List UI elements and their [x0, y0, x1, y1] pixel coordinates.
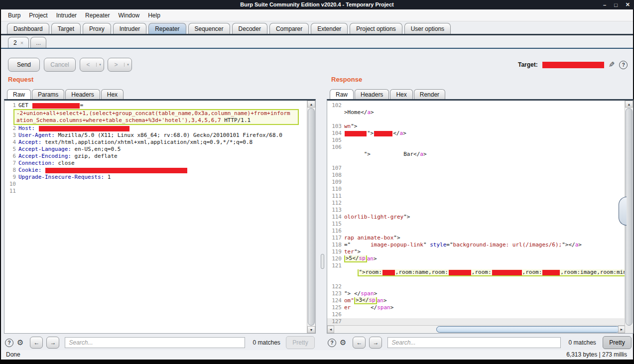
line-number: 124 [327, 297, 344, 304]
gear-icon[interactable]: ⚙ [17, 338, 23, 347]
search-next-button[interactable]: → [369, 337, 382, 349]
search-next-button[interactable]: → [46, 337, 59, 349]
minimize-button[interactable]: – [603, 2, 606, 8]
search-prev-button[interactable]: ← [353, 337, 366, 349]
response-editor[interactable]: 102>Home</a>103wn">104"></a>105106 "> Ba… [327, 99, 634, 334]
menu-window[interactable]: Window [118, 11, 140, 20]
code-line: 116 [327, 228, 625, 235]
edit-target-icon[interactable]: ✎ [609, 60, 615, 69]
line-number: 119 [327, 248, 344, 255]
redaction [492, 270, 522, 275]
repeater-tab-2[interactable]: 2 × [8, 37, 29, 48]
response-pretty-button[interactable]: Pretty [603, 336, 632, 349]
tab-target[interactable]: Target [51, 23, 81, 34]
redaction [32, 103, 80, 109]
code-line: -2+union+all+select+1,(select+group_conc… [14, 110, 298, 117]
tab-headers[interactable]: Headers [355, 89, 389, 100]
tab-hex[interactable]: Hex [390, 89, 412, 100]
highlight-box: ">room:,room:name,room:,room:,room:,room… [358, 269, 625, 276]
request-search-bar: ? ⚙ ← → 0 matches Pretty [5, 336, 315, 350]
line-number: 103 [327, 123, 344, 130]
line-number: 2 [4, 125, 18, 132]
request-search-input[interactable] [65, 337, 245, 348]
code-line: 108 [327, 172, 625, 179]
menu-repeater[interactable]: Repeater [85, 11, 110, 20]
tab-raw[interactable]: Raw [330, 89, 354, 100]
menu-intruder[interactable]: Intruder [56, 11, 77, 20]
tab-sequencer[interactable]: Sequencer [188, 23, 230, 34]
code-line: 123"> </span> [327, 290, 625, 297]
scrollbar-thumb[interactable] [626, 108, 633, 326]
scroll-up-icon[interactable]: ▲ [625, 101, 633, 108]
scroll-up-icon[interactable]: ▲ [307, 101, 315, 108]
help-icon[interactable]: ? [5, 339, 13, 347]
scrollbar-thumb[interactable] [308, 108, 315, 326]
help-icon[interactable]: ? [619, 61, 628, 69]
scroll-left-icon[interactable]: ◄ [327, 326, 334, 333]
code-line: 110 [327, 186, 625, 193]
request-vertical-scrollbar[interactable]: ▲ ▼ [307, 101, 315, 333]
tab-extender[interactable]: Extender [311, 23, 348, 34]
line-number: 3 [4, 132, 18, 139]
tab-dashboard[interactable]: Dashboard [7, 23, 49, 34]
tab-decoder[interactable]: Decoder [232, 23, 267, 34]
code-line: 8Cookie: [4, 167, 307, 174]
code-line [327, 276, 625, 283]
code-line: 127 [327, 318, 625, 325]
chevron-down-icon: ▾ [96, 63, 104, 67]
search-prev-button[interactable]: ← [30, 337, 43, 349]
maximize-button[interactable]: □ [614, 2, 618, 8]
splitter-handle[interactable] [321, 254, 324, 269]
send-button[interactable]: Send [8, 58, 40, 72]
request-code[interactable]: 1GET =-2+union+all+select+1,(select+grou… [4, 101, 307, 333]
menu-project[interactable]: Project [28, 11, 48, 20]
close-button[interactable]: ✕ [626, 1, 630, 8]
code-line: 7Connection: close [4, 160, 307, 167]
target-label: Target: [518, 61, 538, 68]
tab-raw[interactable]: Raw [7, 89, 31, 100]
code-line: 105 [327, 137, 625, 144]
tab-hex[interactable]: Hex [101, 89, 124, 100]
tab-proxy[interactable]: Proxy [83, 23, 111, 34]
line-number: 122 [327, 283, 344, 290]
line-number [327, 116, 344, 123]
line-number: 125 [327, 304, 344, 311]
tab-params[interactable]: Params [32, 89, 64, 100]
line-number: 104 [327, 130, 344, 137]
code-line: 5Accept-Language: en-US,en;q=0.5 [4, 146, 307, 153]
close-tab-icon[interactable]: × [20, 40, 23, 46]
tab-repeater[interactable]: Repeater [148, 23, 186, 34]
line-number: 115 [327, 221, 344, 228]
menu-burp[interactable]: Burp [7, 11, 21, 20]
gear-icon[interactable]: ⚙ [340, 338, 346, 347]
scroll-down-icon[interactable]: ▼ [307, 326, 315, 333]
help-icon[interactable]: ? [328, 339, 336, 347]
chevron-down-icon: ▾ [124, 63, 131, 67]
scrollbar-position-bump[interactable] [619, 197, 627, 226]
scroll-right-icon[interactable]: ► [618, 326, 625, 333]
response-code[interactable]: 102>Home</a>103wn">104"></a>105106 "> Ba… [327, 101, 625, 326]
tab-comparer[interactable]: Comparer [269, 23, 309, 34]
response-horizontal-scrollbar[interactable]: ◄ ► [327, 325, 625, 333]
tab-user-options[interactable]: User options [404, 23, 451, 34]
response-stats: 6,313 bytes | 273 millis [566, 351, 627, 358]
tab-project-options[interactable]: Project options [350, 23, 402, 34]
request-editor[interactable]: 1GET =-2+union+all+select+1,(select+grou… [4, 99, 316, 334]
response-search-input[interactable] [387, 337, 561, 348]
line-number: 4 [4, 139, 18, 146]
scrollbar-thumb[interactable] [436, 326, 620, 333]
code-line: 102 [327, 102, 625, 109]
code-line: 11 [4, 188, 307, 195]
tab-render[interactable]: Render [414, 89, 445, 100]
redaction [374, 131, 392, 136]
code-line: >Home</a> [327, 109, 625, 116]
line-number: 8 [4, 167, 18, 174]
tab-intruder[interactable]: Intruder [113, 23, 146, 34]
request-title: Request [8, 76, 33, 83]
line-number: 107 [327, 165, 344, 172]
new-tab-button[interactable]: ... [30, 37, 46, 48]
tab-headers[interactable]: Headers [65, 89, 100, 100]
code-line: 121 [327, 262, 625, 269]
menu-help[interactable]: Help [147, 11, 161, 20]
code-line: 107 [327, 165, 625, 172]
